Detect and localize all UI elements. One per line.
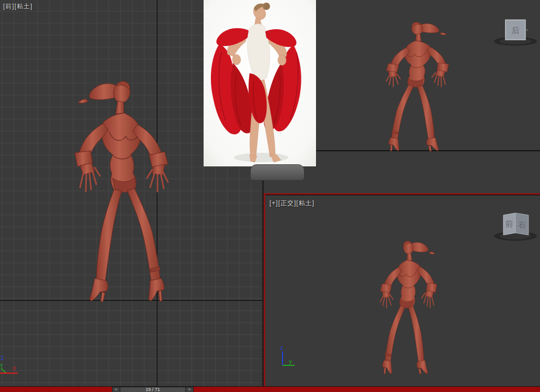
max-application-window: [前][粘土] Z Y X 后 [0, 0, 540, 392]
viewcube-back[interactable]: 后 [491, 15, 540, 48]
axis-tripod-icon: z y [278, 343, 301, 372]
viewcube-ortho[interactable]: 前 右 [491, 208, 540, 243]
tooltip-overlay [250, 164, 305, 181]
svg-text:X: X [13, 366, 16, 372]
svg-text:右: 右 [518, 220, 526, 229]
svg-text:Z: Z [1, 355, 4, 361]
reference-photo[interactable] [204, 0, 316, 166]
viewport-front-label[interactable]: [前][粘土] [3, 2, 32, 11]
axis-tripod-icon: Z Y X [0, 345, 31, 378]
clay-model-front[interactable] [71, 77, 181, 303]
viewport-ortho-label[interactable]: [+][正交][粘土] [269, 199, 314, 208]
svg-text:Y: Y [0, 363, 3, 369]
next-frame-button[interactable]: > [185, 387, 194, 392]
svg-text:前: 前 [505, 219, 513, 229]
svg-text:y: y [289, 359, 292, 364]
hair-bun [263, 3, 270, 10]
previous-frame-button[interactable]: < [112, 387, 120, 392]
clay-model-ortho[interactable] [373, 239, 440, 375]
svg-text:z: z [280, 345, 283, 351]
viewport-ortho-active[interactable]: [+][正交][粘土] 前 右 z y [264, 193, 540, 386]
frame-counter[interactable]: 19 / 71 [120, 387, 185, 392]
svg-text:后: 后 [512, 26, 520, 35]
time-slider-track[interactable]: < 19 / 71 > [0, 386, 540, 392]
clay-model-back[interactable] [378, 20, 452, 152]
time-slider-handle[interactable]: < 19 / 71 > [112, 387, 194, 392]
